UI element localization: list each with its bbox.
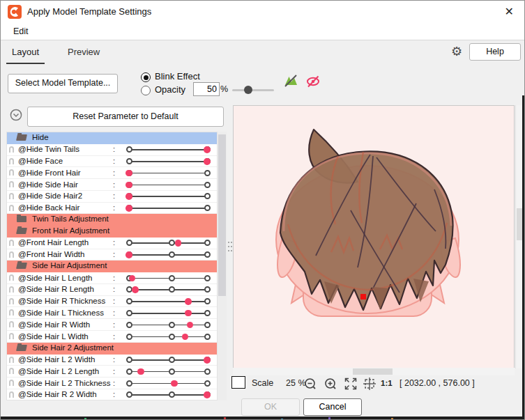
slider-keypoint[interactable] — [126, 158, 132, 164]
tab-preview[interactable]: Preview — [62, 45, 105, 63]
slider-value-dot[interactable] — [204, 158, 211, 165]
slider-keypoint[interactable] — [169, 275, 175, 281]
preview-horizontal-scrollbar[interactable] — [233, 368, 515, 375]
slider-keypoint[interactable] — [169, 368, 175, 375]
slider-value-dot[interactable] — [125, 182, 132, 189]
parameter-row[interactable]: @Side Hair L 2 Width: — [7, 355, 217, 366]
slider-value-dot[interactable] — [185, 310, 192, 317]
parameter-row[interactable]: @Side Hair R Width: — [7, 319, 217, 331]
parameter-row[interactable]: @Front Hair Length: — [7, 238, 217, 249]
slider-keypoint[interactable] — [169, 251, 175, 258]
parameter-row[interactable]: @Side Hair L 2 Length: — [7, 366, 217, 378]
parameter-group-header[interactable]: Twin Tails Adjustment — [7, 214, 217, 226]
slider-keypoint[interactable] — [204, 193, 211, 199]
parameter-slider[interactable] — [129, 307, 207, 318]
onion-skin-disabled-icon[interactable] — [283, 73, 299, 89]
parameter-slider[interactable] — [129, 238, 207, 249]
background-color-swatch[interactable] — [231, 376, 245, 389]
slider-value-dot[interactable] — [204, 391, 211, 398]
slider-keypoint[interactable] — [126, 322, 132, 328]
help-button[interactable]: Help — [469, 43, 521, 61]
panel-splitter-grip[interactable] — [228, 242, 229, 243]
slider-keypoint[interactable] — [169, 322, 175, 328]
cancel-button[interactable]: Cancel — [303, 398, 362, 416]
ok-button[interactable]: OK — [241, 398, 300, 416]
slider-keypoint[interactable] — [126, 368, 132, 375]
slider-keypoint[interactable] — [204, 310, 211, 316]
parameter-slider[interactable] — [129, 156, 207, 167]
parameter-slider[interactable] — [129, 167, 207, 178]
preview-panel[interactable] — [233, 105, 515, 368]
parameter-row[interactable]: @Side Hair L Width: — [7, 331, 217, 343]
slider-value-dot[interactable] — [125, 205, 132, 212]
parameter-row[interactable]: @Side Hair L 2 Thickness: — [7, 378, 217, 389]
parameter-slider[interactable] — [129, 319, 207, 330]
slider-keypoint[interactable] — [126, 380, 132, 387]
menu-item-edit[interactable]: Edit — [10, 26, 31, 37]
slider-value-dot[interactable] — [137, 368, 144, 375]
parameter-slider[interactable] — [129, 296, 207, 307]
slider-value-dot[interactable] — [129, 275, 136, 282]
opacity-radio[interactable] — [141, 86, 151, 95]
parameter-slider[interactable] — [129, 378, 207, 389]
parameter-slider[interactable] — [129, 284, 207, 295]
slider-value-dot[interactable] — [132, 286, 139, 293]
slider-keypoint[interactable] — [126, 298, 132, 304]
parameter-row[interactable]: @Side Hair R Thickness: — [7, 296, 217, 308]
select-model-template-button[interactable]: Select Model Template... — [8, 74, 118, 93]
slider-keypoint[interactable] — [126, 334, 132, 340]
slider-keypoint[interactable] — [169, 240, 175, 246]
parameter-slider[interactable] — [129, 249, 207, 260]
close-icon[interactable]: ✕ — [505, 5, 514, 18]
parameter-list[interactable]: Hide@Hide Twin Tails:@Hide Face:@Hide Fr… — [6, 132, 218, 400]
slider-keypoint[interactable] — [126, 286, 132, 293]
parameter-row[interactable]: @Hide Back Hair: — [7, 203, 217, 215]
opacity-value-input[interactable] — [193, 82, 220, 96]
parameter-slider[interactable] — [129, 179, 207, 190]
expand-view-icon[interactable] — [344, 377, 358, 391]
parameter-slider[interactable] — [129, 389, 207, 400]
zoom-out-icon[interactable] — [303, 377, 317, 391]
parameter-slider[interactable] — [129, 203, 207, 214]
slider-keypoint[interactable] — [204, 182, 211, 188]
parameter-group-header[interactable]: Side Hair Adjustment — [7, 260, 217, 272]
slider-value-dot[interactable] — [125, 193, 132, 200]
parameter-slider[interactable] — [129, 366, 207, 377]
slider-keypoint[interactable] — [169, 334, 175, 340]
slider-value-dot[interactable] — [125, 251, 132, 258]
opacity-slider[interactable] — [232, 89, 274, 91]
blink-effect-radio[interactable] — [141, 72, 151, 82]
slider-keypoint[interactable] — [126, 240, 132, 246]
chevron-down-icon[interactable] — [10, 109, 22, 121]
slider-keypoint[interactable] — [204, 251, 211, 258]
slider-keypoint[interactable] — [204, 240, 211, 246]
slider-value-dot[interactable] — [171, 380, 178, 387]
parameter-slider[interactable] — [129, 355, 207, 366]
slider-keypoint[interactable] — [204, 322, 211, 328]
parameter-group-header[interactable]: Hide — [7, 132, 217, 144]
parameter-group-header[interactable]: Front Hair Adjustment — [7, 226, 217, 238]
slider-value-dot[interactable] — [182, 334, 189, 341]
parameter-row[interactable]: @Front Hair Width: — [7, 249, 217, 261]
preview-horizontal-thumb[interactable] — [353, 368, 393, 375]
zoom-in-icon[interactable] — [324, 377, 337, 391]
parameter-row[interactable]: @Side Hair L Length: — [7, 272, 217, 284]
slider-keypoint[interactable] — [204, 368, 211, 375]
slider-keypoint[interactable] — [204, 334, 211, 340]
parameter-group-header[interactable]: Side Hair 2 Adjustment — [7, 343, 217, 355]
slider-keypoint[interactable] — [169, 357, 175, 363]
parameter-list-scrollbar[interactable] — [218, 132, 227, 400]
hide-eye-icon[interactable] — [305, 74, 321, 89]
parameter-slider[interactable] — [129, 191, 207, 202]
slider-keypoint[interactable] — [126, 146, 132, 153]
opacity-slider-knob[interactable] — [244, 86, 252, 94]
gear-icon[interactable]: ⚙ — [451, 45, 462, 58]
parameter-row[interactable]: @Side Hair R Length: — [7, 284, 217, 296]
parameter-row[interactable]: @Hide Front Hair: — [7, 167, 217, 179]
slider-value-dot[interactable] — [204, 357, 211, 364]
one-to-one-button[interactable]: 1:1 — [381, 379, 393, 387]
slider-keypoint[interactable] — [204, 380, 211, 387]
slider-keypoint[interactable] — [204, 170, 211, 176]
slider-keypoint[interactable] — [204, 275, 211, 281]
parameter-slider[interactable] — [129, 331, 207, 342]
